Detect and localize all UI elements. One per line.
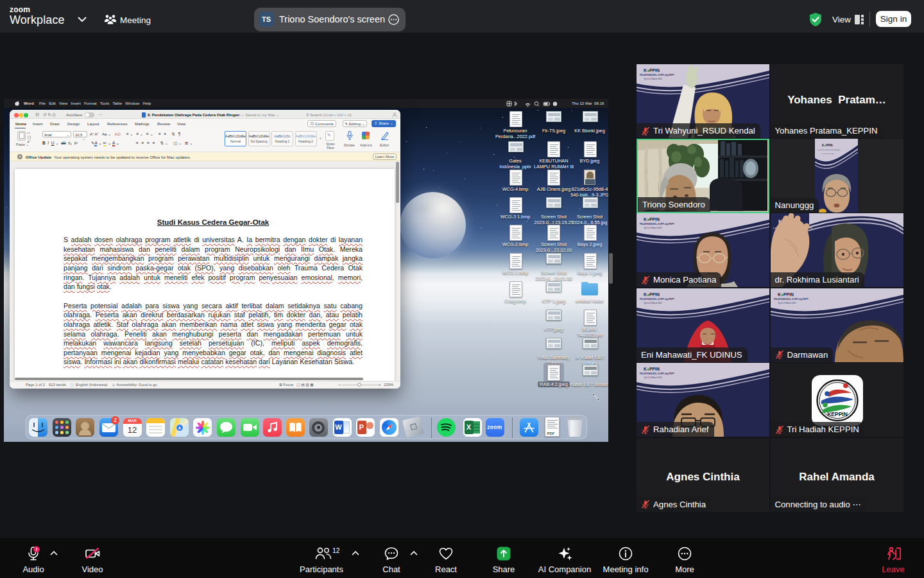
svg-text:!: ! — [36, 547, 38, 552]
svg-text:KEPPIN: KEPPIN — [827, 411, 848, 417]
svg-text:12: 12 — [332, 547, 339, 554]
